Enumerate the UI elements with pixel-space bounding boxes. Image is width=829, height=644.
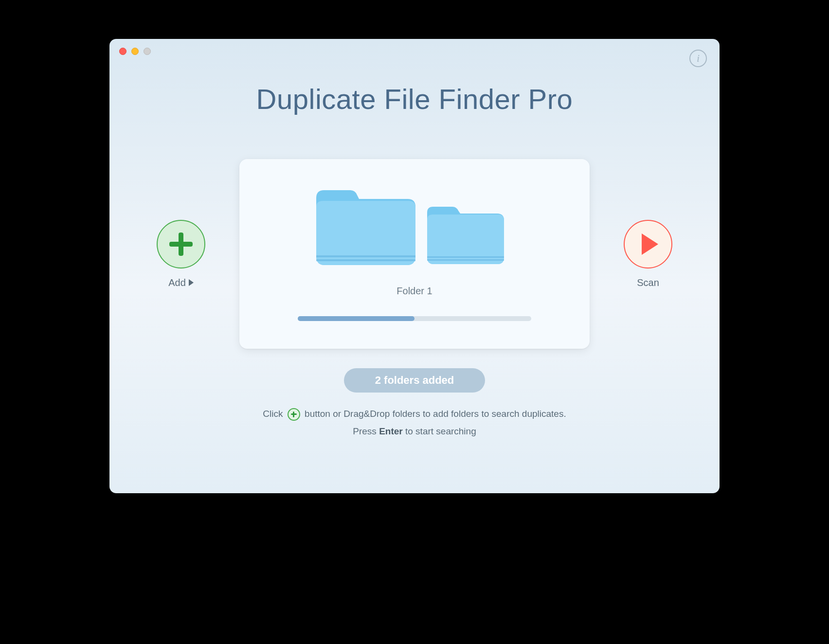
hint-text-fragment: button or Drag&Drop folders to add folde… (305, 409, 566, 419)
folder-name-label: Folder 1 (396, 286, 432, 297)
folder-icon (424, 201, 507, 271)
plus-icon (288, 408, 300, 421)
scan-button[interactable] (624, 220, 672, 268)
hint-text-fragment: Press (353, 426, 377, 436)
info-button[interactable]: i (689, 50, 707, 67)
add-label-text: Add (168, 277, 186, 288)
minimize-window-button[interactable] (131, 48, 139, 55)
svg-rect-3 (427, 259, 504, 261)
folder-dropzone-card[interactable]: Folder 1 (239, 159, 590, 349)
hint-key: Enter (379, 426, 403, 436)
app-title: Duplicate File Finder Pro (109, 83, 720, 115)
folder-icon (312, 183, 419, 273)
window-controls (119, 48, 151, 55)
info-icon: i (697, 52, 700, 65)
close-window-button[interactable] (119, 48, 126, 55)
add-column: Add (152, 220, 210, 288)
scan-column: Scan (619, 220, 677, 288)
folder-preview (312, 183, 517, 281)
hint-line-2: Press Enter to start searching (109, 423, 720, 440)
svg-rect-2 (427, 256, 504, 258)
slider-fill (298, 316, 414, 321)
add-button-label: Add (168, 277, 194, 288)
svg-rect-0 (316, 255, 415, 257)
play-icon (642, 233, 658, 255)
hint-text: Click button or Drag&Drop folders to add… (109, 405, 720, 440)
scan-label-text: Scan (637, 277, 659, 288)
chevron-right-icon (189, 279, 194, 286)
scan-button-label: Scan (637, 277, 659, 288)
app-window: i Duplicate File Finder Pro Add (109, 39, 720, 493)
main-content-row: Add (109, 159, 720, 349)
status-badge: 2 folders added (344, 368, 485, 393)
folder-pager-slider[interactable] (298, 316, 531, 321)
hint-line-1: Click button or Drag&Drop folders to add… (109, 405, 720, 423)
hint-text-fragment: to start searching (405, 426, 476, 436)
add-folder-button[interactable] (157, 220, 205, 268)
svg-rect-1 (316, 259, 415, 261)
maximize-window-button[interactable] (144, 48, 151, 55)
hint-text-fragment: Click (263, 409, 283, 419)
plus-icon (179, 233, 183, 256)
